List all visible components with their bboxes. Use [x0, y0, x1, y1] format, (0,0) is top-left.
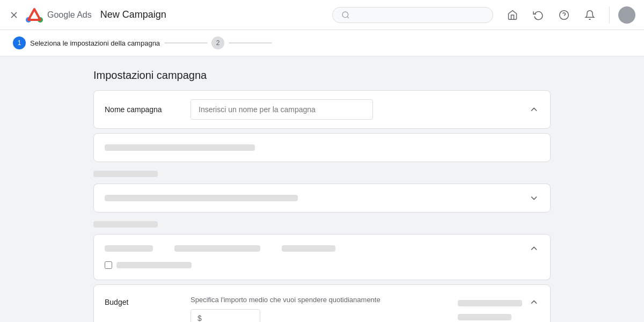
campaign-name-collapse[interactable] — [529, 104, 539, 115]
placeholder-line-1 — [105, 144, 255, 151]
avatar[interactable] — [618, 6, 635, 24]
campaign-name-input[interactable] — [191, 99, 373, 120]
budget-side-lines — [458, 296, 522, 322]
search-input[interactable] — [354, 11, 484, 19]
budget-input-wrapper: $ — [191, 309, 260, 322]
currency-symbol: $ — [197, 314, 202, 322]
budget-input[interactable] — [204, 314, 247, 322]
step-2-circle: 2 — [211, 36, 224, 49]
header-icons — [502, 4, 635, 26]
collapsed-card-1 — [93, 133, 551, 162]
svg-point-9 — [560, 10, 569, 19]
budget-label: Budget — [105, 296, 191, 306]
separator-label-1 — [93, 171, 158, 177]
main-content: Impostazioni campagna Nome campagna — [80, 56, 564, 322]
stepper: 1 Seleziona le impostazioni della campag… — [0, 30, 644, 56]
separator-label-2 — [93, 221, 158, 228]
search-bar[interactable] — [332, 7, 493, 23]
history-icon-button[interactable] — [528, 4, 549, 26]
expanded-card-3-toggle[interactable] — [529, 243, 539, 254]
checkbox-input[interactable] — [105, 261, 112, 269]
section-separator-1 — [93, 166, 551, 181]
placeholder-3b — [174, 245, 260, 252]
campaign-name-label: Nome campagna — [105, 105, 191, 114]
header-divider — [609, 6, 610, 24]
help-icon-button[interactable] — [553, 4, 575, 26]
step-line-2 — [229, 42, 272, 43]
checkbox-row — [105, 259, 192, 271]
budget-description: Specifica l'importo medio che vuoi spend… — [191, 296, 447, 304]
step-1: 1 Seleziona le impostazioni della campag… — [13, 36, 160, 49]
campaign-name-content — [191, 99, 529, 120]
placeholder-3a — [105, 245, 153, 252]
close-button[interactable] — [9, 10, 19, 20]
placeholder-line-2 — [105, 195, 298, 201]
store-icon-button[interactable] — [502, 4, 523, 26]
budget-content: Specifica l'importo medio che vuoi spend… — [191, 296, 447, 322]
checkbox-label-line — [116, 262, 192, 268]
step-1-label: Seleziona le impostazioni della campagna — [30, 39, 160, 47]
page-title: New Campaign — [100, 9, 166, 20]
step-1-circle: 1 — [13, 36, 26, 49]
google-ads-logo — [26, 6, 43, 24]
section-title: Impostazioni campagna — [93, 69, 551, 82]
svg-point-8 — [342, 12, 348, 18]
step-2: 2 — [211, 36, 272, 49]
step-line-1 — [164, 42, 207, 43]
bell-icon-button[interactable] — [579, 4, 601, 26]
collapsed-card-2 — [93, 184, 551, 213]
budget-collapse[interactable] — [529, 296, 539, 308]
brand-name: Google Ads — [47, 10, 92, 20]
section-separator-2 — [93, 217, 551, 232]
expanded-card-3 — [93, 234, 551, 280]
svg-marker-7 — [28, 9, 40, 20]
placeholder-3c — [282, 245, 335, 252]
budget-card: Budget Specifica l'importo medio che vuo… — [93, 284, 551, 322]
campaign-name-card: Nome campagna — [93, 90, 551, 129]
collapsed-card-2-toggle[interactable] — [529, 193, 539, 203]
app-header: Google Ads New Campaign — [0, 0, 644, 30]
